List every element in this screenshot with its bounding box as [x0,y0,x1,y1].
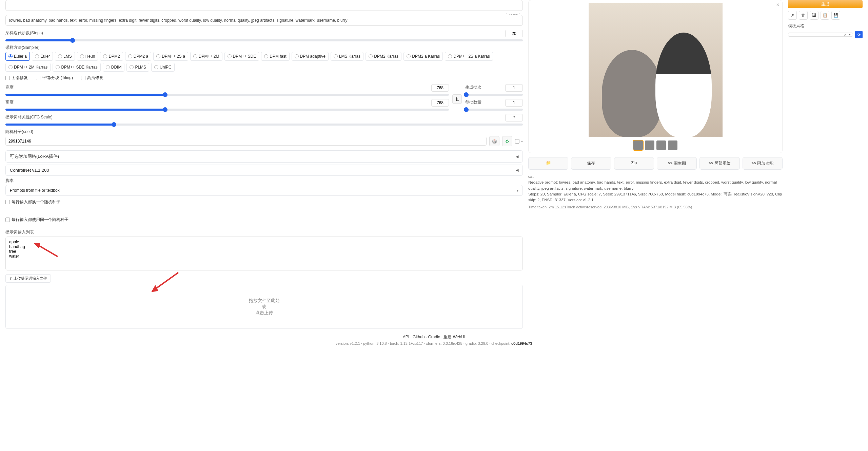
sampler-option[interactable]: Euler [32,52,53,61]
radio-dot-icon [295,54,299,58]
sampler-option[interactable]: PLMS [126,63,149,72]
iterate-seed-checkbox[interactable]: 每行输入都换一个随机种子 [5,199,523,205]
sampler-option[interactable]: LMS [55,52,75,61]
prompt-list-input[interactable] [5,237,523,270]
sampler-option[interactable]: DPM2 a Karras [403,52,443,61]
style-select[interactable]: ✕ ▾ [788,33,853,37]
sampler-option-label: Euler a [14,54,27,59]
seed-extra-checkbox[interactable]: ▾ [515,139,523,144]
file-dropzone[interactable]: 拖放文件至此处 - 或 - 点击上传 [5,285,523,329]
seed-dice-button[interactable]: 🎲 [489,136,499,146]
clear-icon[interactable]: ✕ [844,33,847,37]
batch-size-slider[interactable] [465,109,523,111]
refresh-styles-button[interactable]: ⟳ [855,31,863,38]
radio-dot-icon [130,65,134,69]
arrow-tool-button[interactable]: ↗ [788,11,797,20]
batch-count-value[interactable] [505,84,523,92]
batch-count-slider[interactable] [465,94,523,96]
clipboard-button[interactable]: 📋 [821,11,829,20]
radio-dot-icon [154,65,158,69]
trash-button[interactable]: 🗑 [799,11,808,20]
close-icon[interactable]: ✕ [776,2,780,7]
output-image[interactable] [589,3,723,137]
swap-dims-button[interactable]: ⇅ [452,94,462,104]
hires-checkbox[interactable]: 高清修复 [81,75,103,81]
sampler-option-label: LMS [63,54,72,59]
open-folder-button[interactable]: 📁 [528,157,568,170]
steps-value[interactable] [505,30,523,37]
cfg-value[interactable] [505,114,523,121]
width-slider[interactable] [5,94,449,96]
footer-link[interactable]: Github [413,335,425,339]
seed-recycle-button[interactable]: ♻ [502,136,512,146]
height-value[interactable] [431,99,449,107]
sampler-option[interactable]: Euler a [5,52,30,61]
send-img2img-button[interactable]: >> 图生图 [657,157,697,170]
tiling-checkbox[interactable]: 平铺/分块 (Tiling) [36,75,73,81]
sampler-option[interactable]: DPM++ SDE [224,52,259,61]
radio-dot-icon [264,54,268,58]
footer-link[interactable]: API [403,335,409,339]
upload-prompts-button[interactable]: ⇪上传提示词输入文件 [5,274,51,283]
gallery-thumb[interactable] [645,140,654,150]
footer-link[interactable]: 重启 WebUI [443,335,465,339]
sampler-option[interactable]: DPM2 a [125,52,151,61]
radio-dot-icon [58,54,62,58]
lora-accordion[interactable]: 可选附加网络(LoRA插件) ◀ [5,150,523,163]
chevron-down-icon: ▾ [849,33,851,36]
cfg-slider[interactable] [5,124,523,126]
gallery-thumb[interactable] [656,140,666,150]
same-seed-checkbox[interactable]: 每行输入都使用同一个随机种子 [5,217,68,223]
sampler-option[interactable]: LMS Karras [331,52,363,61]
accordion-arrow-icon: ◀ [516,168,518,172]
sampler-option[interactable]: DPM adaptive [292,52,329,61]
negative-prompt-input[interactable]: lowres, bad anatomy, bad hands, text, er… [5,15,523,26]
prompt-input[interactable] [5,0,523,11]
controlnet-accordion[interactable]: ControlNet v1.1.200 ◀ [5,165,523,176]
image-tool-button[interactable]: 🖼 [810,11,818,20]
sampler-option[interactable]: DPM++ 2M Karras [5,63,51,72]
save-button[interactable]: 保存 [571,157,611,170]
sampler-option-label: DPM++ 2M [199,54,219,59]
height-slider[interactable] [5,109,449,111]
sampler-option-label: DPM2 a Karras [412,54,440,59]
generate-button[interactable]: 生成 [788,0,863,8]
sampler-option[interactable]: DPM2 [100,52,123,61]
radio-dot-icon [228,54,232,58]
script-select[interactable]: Prompts from file or textbox ▾ [5,185,523,196]
batch-size-value[interactable] [505,99,523,107]
script-label: 脚本 [5,178,523,184]
sampler-option-label: DPM++ 2S a [162,54,185,59]
sampler-option-label: DPM2 [108,54,120,59]
gallery-thumb[interactable] [668,140,677,150]
gallery-thumb[interactable] [633,140,643,150]
steps-slider[interactable] [5,39,523,41]
sampler-option[interactable]: DPM++ 2S a Karras [445,52,493,61]
sampler-option[interactable]: DPM++ SDE Karras [53,63,100,72]
sampler-option-label: DPM++ 2M Karras [14,65,47,70]
radio-dot-icon [193,54,197,58]
info-negative: Negative prompt: lowres, bad anatomy, ba… [528,180,783,191]
sampler-option[interactable]: DPM fast [261,52,289,61]
zip-button[interactable]: Zip [614,157,654,170]
seed-input[interactable] [5,137,487,146]
sampler-option[interactable]: DPM2 Karras [366,52,401,61]
sampler-option[interactable]: Heun [77,52,98,61]
sampler-option[interactable]: DPM++ 2S a [153,52,188,61]
radio-dot-icon [128,54,132,58]
sampler-option-label: DPM fast [270,54,286,59]
sampler-option[interactable]: DPM++ 2M [190,52,222,61]
footer-link[interactable]: Gradio [428,335,440,339]
face-restore-checkbox[interactable]: 面部修复 [5,75,28,81]
radio-dot-icon [56,65,60,69]
height-label: 高度 [5,99,14,105]
radio-dot-icon [106,65,110,69]
info-prompt: cat [528,174,783,180]
send-extras-button[interactable]: >> 附加功能 [743,157,783,170]
save-tool-button[interactable]: 💾 [831,11,840,20]
sampler-option[interactable]: DDIM [103,63,125,72]
style-label: 模板风格 [788,23,863,29]
sampler-option[interactable]: UniPC [151,63,175,72]
send-inpaint-button[interactable]: >> 局部重绘 [699,157,739,170]
width-value[interactable] [431,84,449,92]
